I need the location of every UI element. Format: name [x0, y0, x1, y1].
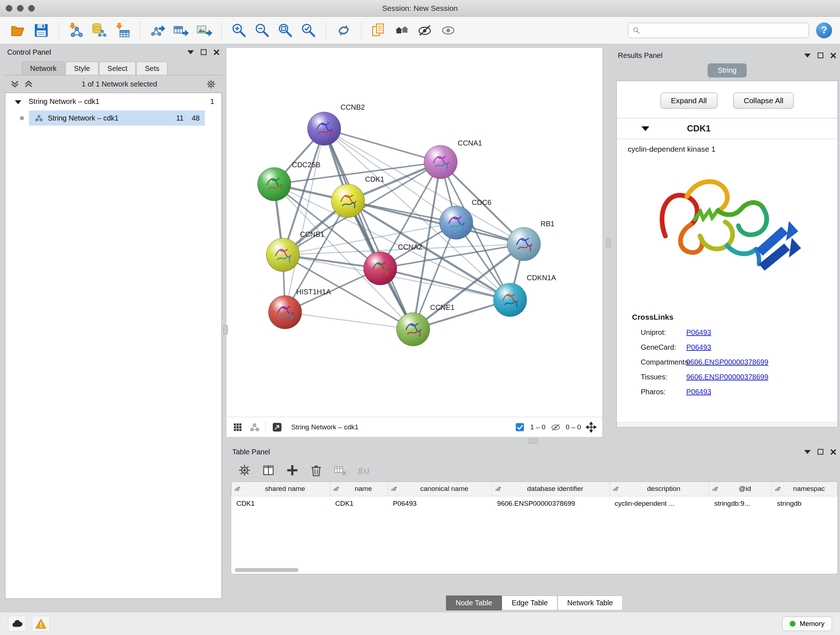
table-horizontal-scrollbar[interactable]: [235, 568, 298, 572]
panel-splitter-handle[interactable]: [528, 439, 538, 443]
close-panel-icon[interactable]: [213, 49, 219, 55]
help-button[interactable]: ?: [816, 22, 832, 38]
export-table-button[interactable]: [171, 20, 191, 41]
tab-network[interactable]: Network: [22, 62, 65, 75]
tab-network-table[interactable]: Network Table: [557, 595, 622, 610]
save-session-button[interactable]: [31, 20, 51, 41]
network-row[interactable]: String Network – cdk1 11 48: [5, 110, 221, 126]
crosslink-link[interactable]: 9606.ENSP00000378699: [686, 358, 768, 366]
network-options-button[interactable]: [205, 79, 217, 90]
network-node-CDC6[interactable]: [439, 206, 473, 239]
open-session-button[interactable]: [8, 20, 28, 41]
zoom-selected-button[interactable]: [298, 20, 319, 41]
crosslink-link[interactable]: P06493: [686, 388, 711, 396]
search-input[interactable]: [643, 27, 804, 35]
network-node-CCNB1[interactable]: [266, 238, 300, 272]
crosslink-link[interactable]: P06493: [686, 328, 711, 337]
network-edge-HIST1H1A-CCNE1[interactable]: [285, 312, 413, 329]
tab-select[interactable]: Select: [99, 62, 136, 75]
export-network-button[interactable]: [148, 20, 168, 41]
table-cell[interactable]: stringdb: [772, 496, 837, 511]
panel-splitter-handle[interactable]: [606, 239, 611, 248]
export-image-button[interactable]: [194, 20, 214, 41]
show-all-button[interactable]: [438, 20, 458, 41]
column-header-shared-name[interactable]: shared name: [232, 482, 330, 496]
collapse-section-icon[interactable]: [641, 126, 649, 131]
expand-all-button[interactable]: Expand All: [660, 93, 717, 109]
table-cell[interactable]: 9606.ENSP00000378699: [492, 496, 609, 511]
crosslink-link[interactable]: 9606.ENSP00000378699: [686, 373, 768, 381]
collapse-all-button[interactable]: Collapse All: [733, 93, 794, 109]
network-node-CCNB2[interactable]: [308, 112, 341, 145]
function-builder-button[interactable]: f(x): [357, 463, 371, 478]
table-row[interactable]: CDK1CDK1P064939606.ENSP00000378699cyclin…: [232, 496, 837, 511]
network-node-CCNE1[interactable]: [396, 312, 430, 346]
expand-all-networks-button[interactable]: [24, 80, 33, 88]
results-scrollbar[interactable]: [617, 422, 837, 427]
table-cell[interactable]: stringdb:9...: [709, 496, 772, 511]
panel-splitter-handle[interactable]: [223, 325, 228, 334]
column-header-canonical-name[interactable]: canonical name: [388, 482, 492, 496]
table-cell[interactable]: P06493: [388, 496, 492, 511]
column-header-database-identifier[interactable]: database identifier: [492, 482, 609, 496]
column-header-name[interactable]: name: [330, 482, 388, 496]
pan-mode-button[interactable]: [586, 422, 597, 432]
network-view-mode-button[interactable]: [249, 422, 260, 432]
import-table-from-file-button[interactable]: [112, 20, 133, 41]
import-network-from-database-button[interactable]: [89, 20, 110, 41]
import-network-from-file-button[interactable]: [66, 20, 87, 41]
maximize-panel-icon[interactable]: [818, 52, 823, 58]
zoom-window-button[interactable]: [28, 5, 35, 11]
duplicate-network-button[interactable]: [369, 20, 389, 41]
network-node-CCNA2[interactable]: [363, 252, 397, 285]
clear-table-button[interactable]: [333, 463, 347, 478]
maximize-panel-icon[interactable]: [818, 449, 823, 455]
network-canvas[interactable]: CCNB2CCNA1CDC25BCDK1CDC6RB1CCNB1CCNA2CDK…: [226, 48, 602, 417]
column-header-description[interactable]: description: [609, 482, 709, 496]
network-node-CDK1[interactable]: [332, 184, 365, 218]
tab-edge-table[interactable]: Edge Table: [502, 595, 557, 610]
table-options-button[interactable]: [237, 463, 252, 478]
collapse-triangle-icon[interactable]: [15, 100, 21, 104]
maximize-panel-icon[interactable]: [201, 49, 207, 55]
apply-preferred-layout-button[interactable]: [333, 20, 354, 41]
float-panel-icon[interactable]: [804, 54, 811, 57]
close-window-button[interactable]: [6, 5, 12, 11]
cloud-status-button[interactable]: [8, 616, 26, 632]
birds-eye-view-button[interactable]: [392, 20, 412, 41]
collapse-all-networks-button[interactable]: [10, 80, 19, 88]
network-node-CCNA1[interactable]: [424, 146, 457, 179]
close-panel-icon[interactable]: [830, 52, 836, 59]
tab-sets[interactable]: Sets: [136, 62, 167, 75]
zoom-out-button[interactable]: [252, 20, 272, 41]
table-cell[interactable]: CDK1: [232, 496, 330, 511]
network-node-CDC25B[interactable]: [257, 168, 291, 201]
column-header-namespac[interactable]: namespac: [772, 482, 837, 496]
warnings-button[interactable]: [32, 616, 50, 632]
network-edge-CCNB2-CCNE1[interactable]: [324, 128, 413, 329]
zoom-in-button[interactable]: [229, 20, 249, 41]
tab-string[interactable]: String: [707, 63, 747, 78]
delete-columns-button[interactable]: [309, 463, 324, 478]
crosslink-link[interactable]: P06493: [686, 343, 711, 352]
export-view-button[interactable]: [272, 422, 283, 432]
network-node-CDKN1A[interactable]: [493, 283, 527, 317]
network-collection-row[interactable]: String Network – cdk1 1: [5, 93, 221, 110]
zoom-fit-button[interactable]: [275, 20, 295, 41]
memory-button[interactable]: Memory: [782, 616, 832, 631]
tab-node-table[interactable]: Node Table: [446, 595, 502, 610]
float-panel-icon[interactable]: [804, 450, 811, 454]
network-edge-CCNB2-HIST1H1A[interactable]: [285, 128, 324, 312]
table-cell[interactable]: CDK1: [330, 496, 388, 511]
protein-section-header[interactable]: CDK1: [617, 118, 837, 139]
close-panel-icon[interactable]: [830, 449, 836, 455]
network-node-HIST1H1A[interactable]: [268, 295, 302, 329]
minimize-window-button[interactable]: [17, 5, 24, 11]
show-columns-button[interactable]: [261, 463, 276, 478]
column-header--id[interactable]: @id: [709, 482, 772, 496]
network-node-RB1[interactable]: [507, 227, 540, 261]
selected-network-highlight[interactable]: String Network – cdk1 11 48: [29, 111, 205, 126]
float-panel-icon[interactable]: [187, 50, 194, 54]
table-cell[interactable]: cyclin-dependent ...: [609, 496, 709, 511]
grid-view-button[interactable]: [232, 422, 243, 432]
